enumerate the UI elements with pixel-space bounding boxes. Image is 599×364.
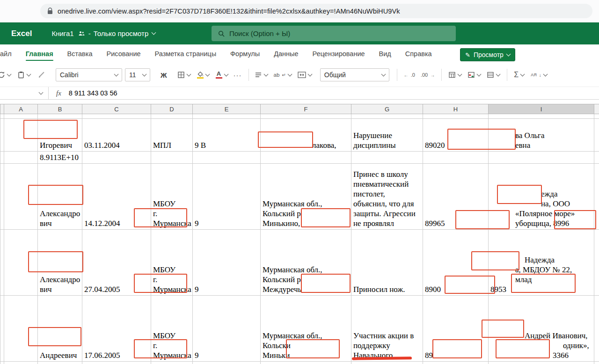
cell[interactable] (423, 152, 489, 164)
autosum-button[interactable]: Σ (514, 71, 524, 79)
redo-button[interactable] (0, 71, 11, 79)
formula-input[interactable]: 8 911 343 03 56 (69, 89, 117, 97)
cell[interactable] (4, 114, 38, 119)
tab-data[interactable]: Данные (274, 44, 298, 63)
row-header[interactable] (0, 114, 4, 119)
column-header-G[interactable]: G (351, 104, 423, 114)
row-header[interactable] (0, 119, 4, 152)
wrap-text-button[interactable]: ab ↵ (274, 72, 292, 78)
cell-r1-E[interactable]: 9 В (193, 119, 261, 152)
column-header-E[interactable]: E (193, 104, 261, 114)
cell[interactable] (261, 114, 351, 119)
cell-styles-button[interactable] (487, 71, 500, 79)
increase-decimal-button[interactable]: ← .0 (404, 72, 415, 78)
view-mode-dropdown[interactable]: Только просмотр (94, 29, 149, 37)
cell-r5-F[interactable]: Мурманская обл.,КольскиМиньки (261, 296, 351, 362)
cell-r4-F[interactable]: Мурманская обл.,Кольский рМеждуречь (261, 230, 351, 296)
cell-r3-G[interactable]: Принес в школупневматическийпистолет,объ… (351, 164, 423, 230)
cell-r1-G[interactable]: Нарушениедисциплины (351, 119, 423, 152)
font-name-select[interactable]: Calibri (56, 68, 122, 81)
tab-file[interactable]: айл (0, 44, 12, 63)
column-header-I[interactable]: I (489, 104, 594, 114)
tab-view[interactable]: Вид (379, 44, 391, 63)
merge-cells-button[interactable] (298, 72, 312, 78)
cell-r3-B[interactable]: Александрович (38, 164, 82, 230)
cell[interactable] (261, 152, 351, 164)
cell[interactable] (82, 114, 151, 119)
fill-color-button[interactable] (197, 72, 209, 79)
cell-r4-G[interactable]: Приносил нож. (351, 230, 423, 296)
cell-r5-C[interactable]: 17.06.2005 (82, 296, 151, 362)
cell-r4-I[interactable]: Надеждаа, МБДОУ № 22,млад8953 (489, 230, 594, 296)
cell-r4-E[interactable]: 9 (193, 230, 261, 296)
borders-button[interactable] (177, 71, 190, 79)
row-header[interactable] (0, 152, 4, 164)
row-header[interactable] (0, 362, 4, 364)
row-header[interactable] (0, 230, 4, 296)
view-mode-button[interactable]: ✎ Просмотр (460, 48, 515, 61)
cell-r3-H[interactable]: 89965 (423, 164, 489, 230)
cell-r5-G[interactable]: Участник акции вподдержкуНавального (351, 296, 423, 362)
column-header-D[interactable]: D (151, 104, 193, 114)
cell[interactable] (351, 114, 423, 119)
cell[interactable] (38, 114, 82, 119)
cell[interactable] (82, 362, 151, 364)
cell[interactable] (489, 114, 594, 119)
cell-r4-D[interactable]: МБОУг.Мурманска (151, 230, 193, 296)
name-box[interactable] (0, 87, 49, 99)
column-header-C[interactable]: C (82, 104, 151, 114)
format-painter-button[interactable] (38, 71, 45, 79)
cell-r4-C[interactable]: 27.04.2005 (82, 230, 151, 296)
url-bar[interactable]: onedrive.live.com/view.aspx?resid=2F7C03… (40, 4, 592, 18)
select-all-corner[interactable] (0, 104, 4, 114)
cell[interactable] (4, 362, 38, 364)
alignment-button[interactable] (255, 71, 268, 79)
chevron-down-icon[interactable] (152, 30, 156, 35)
tab-help[interactable]: Справка (405, 44, 432, 63)
cell[interactable] (193, 362, 261, 364)
cell-r3-D[interactable]: МБОУг.Мурманска (151, 164, 193, 230)
column-header-F[interactable]: F (261, 104, 351, 114)
cell-r4-B[interactable]: Александрович (38, 230, 82, 296)
tab-home[interactable]: Главная (26, 44, 53, 63)
cell[interactable] (423, 114, 489, 119)
tab-review[interactable]: Рецензирование (313, 44, 365, 63)
cell[interactable] (4, 230, 38, 296)
font-color-button[interactable]: А (216, 71, 228, 79)
column-header-H[interactable]: H (423, 104, 489, 114)
cell[interactable] (151, 362, 193, 364)
cell[interactable] (193, 152, 261, 164)
cell[interactable] (351, 152, 423, 164)
cell[interactable] (489, 152, 594, 164)
cell-r1-D[interactable]: МПЛ (151, 119, 193, 152)
cell[interactable] (489, 362, 594, 364)
decrease-decimal-button[interactable]: .00 → (421, 72, 435, 78)
cell-r5-B[interactable]: Андреевич (38, 296, 82, 362)
cell[interactable] (261, 362, 351, 364)
cell-r3-F[interactable]: Мурманская обл.,Кольский рМинькино, (261, 164, 351, 230)
format-as-table-button[interactable] (448, 71, 461, 79)
row-header[interactable] (0, 296, 4, 362)
cell-r3-I[interactable]: еждана, ООО«Полярное море»уборщица, 8996 (489, 164, 594, 230)
cell[interactable] (38, 362, 82, 364)
cell-r1-I[interactable]: ва Ольгаевна (489, 119, 594, 152)
cell[interactable] (4, 152, 38, 164)
cell-r5-E[interactable]: 9 (193, 296, 261, 362)
number-format-select[interactable]: Общий (320, 68, 389, 81)
cell-r1-F[interactable]: лакова, (261, 119, 351, 152)
sort-filter-button[interactable]: АЯ ↓ (531, 73, 547, 78)
bold-button[interactable]: Ж (161, 71, 167, 79)
more-formatting-button[interactable]: ··· (234, 71, 242, 79)
cell[interactable] (4, 296, 38, 362)
cell-r3-C[interactable]: 14.12.2004 (82, 164, 151, 230)
search-input[interactable]: Поиск (Option + Ы) (212, 26, 456, 41)
cell-r5-H[interactable]: 89 (423, 296, 489, 362)
font-size-select[interactable]: 11 (125, 68, 150, 81)
cell-r5-I[interactable]: Андрей Иванович,одник»,3366 (489, 296, 594, 362)
workbook-name[interactable]: Книга1 (51, 29, 73, 37)
cell[interactable] (82, 152, 151, 164)
cell[interactable] (151, 114, 193, 119)
column-header-A[interactable]: A (4, 104, 38, 114)
cell-r5-D[interactable]: МБОУг.Мурманска (151, 296, 193, 362)
cell[interactable] (151, 152, 193, 164)
